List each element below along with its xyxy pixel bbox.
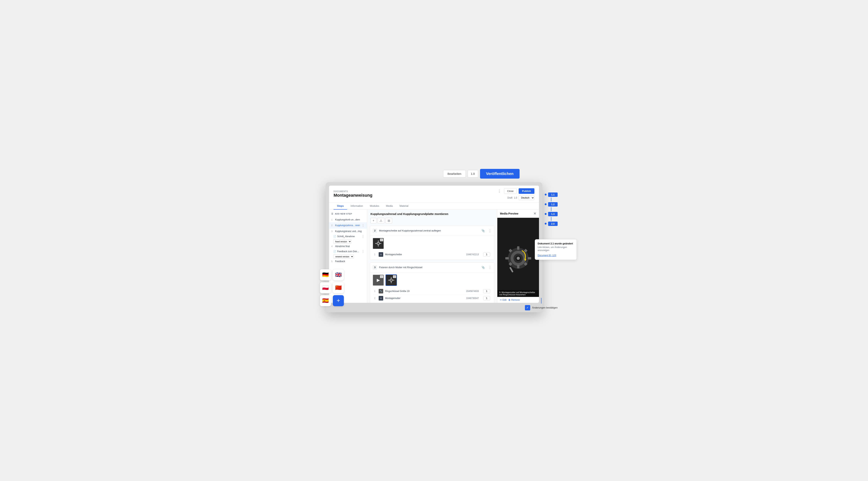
timeline-badge-1-2[interactable]: 1.2 — [548, 202, 558, 207]
sidebar-doc-feedback[interactable]: 📄 Feedback zum Dokument ⋮ — [329, 249, 367, 254]
sidebar-label-1: Kupplungskorb un...dern — [335, 218, 365, 221]
timeline-connector-2 — [551, 207, 551, 211]
step-card-3: 3 📎 ⋮ ▶ ⋮ — [370, 262, 494, 303]
media-text-overlay: 9. Montagemutter auf Montagescheibe mit … — [497, 290, 539, 297]
svg-rect-17 — [505, 257, 509, 260]
step-3-more[interactable]: ⋮ — [488, 265, 492, 270]
media-image-container: 9. Montagemutter auf Montagescheibe mit … — [497, 218, 539, 297]
mat-num-3-1: 1 — [374, 290, 377, 293]
sidebar-item-3[interactable]: 3 Kupplungskranz und...ring — [329, 229, 367, 234]
sidebar-item-5[interactable]: 5 Feedback — [329, 259, 367, 264]
sidebar-header: ☰ ADD NEW STEP — [329, 211, 367, 217]
media-remove-button[interactable]: 🗑 Remove — [508, 299, 520, 301]
confirm-check-icon[interactable]: ✓ — [525, 305, 530, 310]
hero-publish-button[interactable]: Veröffentlichen — [480, 169, 520, 179]
step-num-3: 3 — [373, 265, 377, 270]
sidebar-label-5: Feedback — [335, 260, 365, 263]
content-area: Kupplungszahnrad und Kupplungsgrundplatt… — [367, 210, 497, 303]
draft-row: Draft 1.0 Deutsch — [507, 196, 534, 200]
attach-icon-3[interactable]: 📎 — [480, 264, 486, 270]
step-3-image-gear[interactable]: ⋮ — [385, 274, 397, 286]
more-options-button[interactable]: ⋮ — [496, 188, 502, 194]
mat-qty-3-1: 1 — [483, 289, 490, 293]
timeline-badge-1-1[interactable]: 1.1 — [548, 192, 558, 197]
confirm-connector — [541, 298, 541, 304]
sidebar-more-doc1[interactable]: ⋮ — [362, 235, 365, 238]
title-group: DOCUMENTS Montageanweisung — [334, 190, 372, 198]
sidebar-doc-label-1: Schritt_Abnahme — [337, 235, 361, 238]
add-tool-button[interactable]: + — [370, 218, 376, 224]
breadcrumb: DOCUMENTS — [334, 190, 372, 192]
flag-polish[interactable]: 🇵🇱 — [320, 282, 331, 293]
tooltip-link[interactable]: Document ID: 123 — [538, 254, 539, 257]
close-button[interactable]: Close — [504, 188, 517, 194]
flag-chinese[interactable]: 🇨🇳 — [333, 282, 344, 293]
version-select-2[interactable]: newest version — [333, 254, 354, 259]
timeline-badge-1-3[interactable]: 1.3 — [548, 212, 558, 216]
grid-tool-button[interactable]: ⊞ — [385, 218, 392, 224]
svg-rect-11 — [393, 280, 394, 280]
step-3-title-input[interactable] — [379, 266, 478, 269]
sidebar-item-4[interactable]: 4 Abnahme final — [329, 244, 367, 249]
header-right: ⋮ Close Publish Draft 1.0 Deutsch — [496, 188, 534, 200]
sidebar-item-1[interactable]: 1 Kupplungskorb un...dern — [329, 217, 367, 222]
flag-german[interactable]: 🇩🇪 — [320, 269, 331, 280]
timeline-node-1-2: 1.2 — [545, 202, 558, 207]
language-select[interactable]: Deutsch — [519, 196, 534, 200]
tab-modules[interactable]: Modules — [366, 203, 382, 210]
flag-spanish[interactable]: 🇪🇸 — [320, 295, 331, 306]
media-overlay-text: 9. Montagemutter auf Montagescheibe mit … — [499, 291, 535, 296]
media-edit-button[interactable]: ✏ Edit — [500, 299, 506, 301]
mat-icon-3-1: 🔧 — [379, 289, 383, 294]
document-title: Montageanweisung — [334, 193, 372, 198]
timeline-dot-2-0 — [545, 223, 547, 224]
material-row-3-1: 1 🔧 Ringschlüssel Größe 19 2045874933 1 — [373, 288, 492, 295]
timeline-badge-2-0[interactable]: 2.0 — [548, 221, 558, 226]
tab-media[interactable]: Media — [383, 203, 396, 210]
sidebar-num-4: 4 — [331, 245, 334, 247]
tab-material[interactable]: Material — [396, 203, 412, 210]
image-dots-3-2[interactable]: ⋮ — [393, 275, 396, 278]
attach-icon-2[interactable]: 📎 — [480, 228, 486, 234]
sidebar-num-3: 3 — [331, 230, 334, 233]
timeline-node-1-1: 1.1 — [545, 192, 558, 197]
hero-edit-button[interactable]: Bearbeiten — [443, 170, 466, 177]
step-2-title-input[interactable] — [379, 229, 478, 232]
sidebar-doc-schritt[interactable]: 📄 Schritt_Abnahme ⋮ — [329, 234, 367, 239]
timeline-connector-1 — [551, 198, 551, 202]
media-panel-title: Media Preview — [500, 212, 519, 215]
image-dots-1[interactable]: ⋮ — [380, 239, 383, 241]
scene: Bearbeiten 1.0 Veröffentlichen DOCUMENTS… — [326, 169, 542, 312]
step-2-more[interactable]: ⋮ — [488, 229, 492, 233]
timeline-node-2-0: 2.0 — [545, 221, 558, 226]
svg-rect-18 — [528, 257, 531, 260]
publish-button[interactable]: Publish — [519, 188, 534, 194]
sidebar-more-doc2[interactable]: ⋮ — [362, 250, 365, 253]
svg-rect-10 — [388, 280, 390, 280]
step-3-image-video[interactable]: ▶ ⋮ — [373, 274, 384, 286]
hamburger-icon: ☰ — [331, 213, 333, 215]
sidebar-item-2[interactable]: 2 Kupplungszahnra... eren ⋮ — [329, 222, 367, 229]
media-panel: Media Preview ✕ — [497, 210, 539, 303]
image-dots-3-1[interactable]: ⋮ — [380, 275, 383, 278]
step-3-image-row: ▶ ⋮ — [373, 274, 492, 286]
step-2-image-1[interactable]: ⋮ — [373, 238, 384, 249]
tab-steps[interactable]: Steps — [334, 203, 347, 210]
mat-icon-2-1: ◎ — [379, 252, 383, 257]
confirm-row: ✓ Änderungen bestätigen — [525, 305, 558, 310]
version-select-1[interactable]: fixed version — [333, 239, 351, 244]
doc-icon-2: 📄 — [333, 250, 336, 253]
sidebar-more-2[interactable]: ⋮ — [362, 224, 365, 227]
tab-information[interactable]: Information — [347, 203, 366, 210]
svg-rect-16 — [517, 265, 519, 268]
timeline-segment-1: 1.1 1.2 1.3 2.0 — [545, 192, 558, 227]
add-language-button[interactable]: + — [333, 295, 344, 306]
flags-overlay: 🇩🇪 🇬🇧 🇵🇱 🇨🇳 🇪🇸 + — [320, 269, 344, 307]
warning-tool-button[interactable]: ⚠ — [377, 218, 384, 224]
confirm-text: Änderungen bestätigen — [532, 306, 558, 309]
timeline-node-1-3: 1.3 — [545, 212, 558, 216]
media-panel-close-button[interactable]: ✕ — [533, 211, 536, 216]
flag-uk[interactable]: 🇬🇧 — [333, 269, 344, 280]
mat-qty-2-1: 1 — [483, 252, 490, 257]
mat-num-2-1: 1 — [374, 253, 377, 256]
